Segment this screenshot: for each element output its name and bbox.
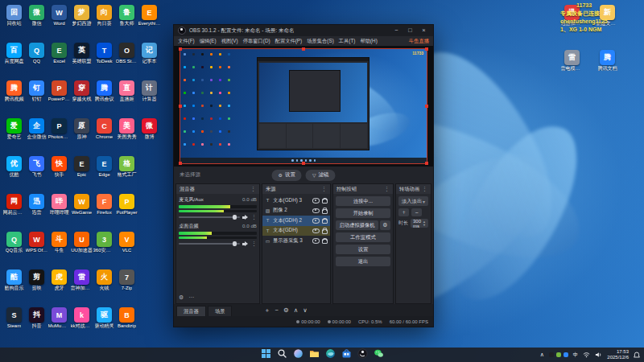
- menu-item[interactable]: 场景集合(S): [307, 38, 334, 45]
- panel-menu-icon[interactable]: ⋮: [422, 186, 427, 192]
- mixer-gear-icon[interactable]: ⚙: [179, 294, 184, 301]
- selection-handle[interactable]: [179, 105, 182, 108]
- desktop-icon[interactable]: VVLC: [116, 232, 138, 253]
- desktop-icon[interactable]: 腾腾讯会议: [93, 80, 115, 101]
- menu-item[interactable]: 编辑(E): [200, 38, 217, 45]
- clock[interactable]: 17:53 2025/12/6: [607, 349, 629, 361]
- desktop-icon[interactable]: 雷雷电模拟器: [561, 50, 583, 71]
- move-up-button[interactable]: ∧: [294, 306, 299, 314]
- menu-item[interactable]: 配置文件(P): [275, 38, 303, 45]
- close-button[interactable]: ×: [419, 25, 429, 36]
- desktop-icon[interactable]: 网网易云音乐: [3, 194, 25, 215]
- tab-mixer[interactable]: 混音器: [176, 306, 206, 316]
- minimize-button[interactable]: −: [391, 25, 402, 36]
- maximize-button[interactable]: □: [405, 25, 415, 36]
- speaker-icon[interactable]: [242, 241, 249, 246]
- remove-transition-button[interactable]: −: [411, 208, 422, 216]
- desktop-icon[interactable]: 格格式工厂: [116, 156, 138, 177]
- transitions-panel-header[interactable]: 转场动画 ⋮: [396, 184, 431, 194]
- selection-handle[interactable]: [302, 47, 305, 51]
- desktop-icon[interactable]: 记记事本: [138, 43, 160, 64]
- selection-handle[interactable]: [179, 47, 182, 51]
- taskbar-store-button[interactable]: [341, 349, 352, 360]
- visibility-eye-icon[interactable]: [312, 218, 320, 224]
- desktop-icon[interactable]: PPotPlayer: [116, 194, 138, 215]
- desktop-icon[interactable]: 虎虎牙: [48, 269, 70, 290]
- sources-panel-header[interactable]: 来源 ⋮: [262, 184, 330, 194]
- desktop-icon[interactable]: 3360安全卫士: [93, 232, 115, 253]
- desktop-icon[interactable]: 飞飞书: [26, 156, 47, 177]
- filters-button[interactable]: ▽ 滤镜: [306, 170, 336, 181]
- desktop-icon[interactable]: MMuMu模拟器: [48, 307, 70, 328]
- source-row[interactable]: T文本(GDH): [262, 226, 330, 237]
- exit-button[interactable]: 退出: [336, 257, 390, 266]
- selection-handle[interactable]: [302, 162, 305, 165]
- notification-bell-icon[interactable]: [634, 352, 640, 359]
- desktop-icon[interactable]: EEdge: [93, 156, 115, 177]
- source-row[interactable]: ▭显示器采集 3: [262, 236, 330, 246]
- desktop-icon[interactable]: 哔哔哩哔哩: [48, 194, 70, 215]
- desktop-icon[interactable]: 爱爱奇艺: [3, 118, 25, 139]
- duration-spinner[interactable]: 300 ms ▲▼: [411, 219, 428, 228]
- desktop-icon[interactable]: 微微信: [26, 5, 47, 26]
- input-language-indicator[interactable]: 中: [573, 352, 579, 359]
- move-down-button[interactable]: ∨: [303, 306, 308, 314]
- obs-tray-icon[interactable]: [549, 352, 554, 357]
- mixer-more-icon[interactable]: ⋯: [188, 294, 194, 301]
- desktop-icon[interactable]: OOBS Studio: [116, 43, 138, 64]
- slider-thumb[interactable]: [233, 215, 237, 220]
- desktop-icon[interactable]: 微微博: [138, 118, 160, 139]
- taskbar-copilot-button[interactable]: [292, 349, 303, 360]
- desktop-icon[interactable]: EEverything: [138, 5, 160, 26]
- taskbar-edge-button[interactable]: [324, 349, 336, 360]
- desktop-icon[interactable]: 钉钉钉: [26, 80, 47, 101]
- menu-item[interactable]: 视图(V): [221, 38, 238, 45]
- desktop-icon[interactable]: TToDesk: [93, 43, 115, 64]
- panel-menu-icon[interactable]: ⋮: [384, 186, 390, 192]
- desktop-icon[interactable]: BBandizip: [116, 307, 138, 328]
- lock-icon[interactable]: [322, 209, 328, 214]
- desktop-icon[interactable]: FFirefox: [93, 194, 115, 215]
- source-row[interactable]: ▨图像 2: [262, 206, 330, 216]
- desktop-icon[interactable]: kkk对战平台: [71, 307, 93, 328]
- tray-expand-icon[interactable]: ∧: [540, 352, 544, 358]
- taskbar-obs-button[interactable]: [357, 349, 368, 360]
- start-streaming-button[interactable]: 连接中...: [336, 196, 390, 206]
- menu-item[interactable]: 停靠窗口(D): [243, 38, 270, 45]
- douyu-menu-item[interactable]: 斗鱼直播: [409, 38, 429, 45]
- desktop-icon[interactable]: 酷酷狗音乐: [3, 269, 25, 290]
- desktop-icon[interactable]: 快快手: [48, 156, 70, 177]
- desktop-icon[interactable]: EExcel: [48, 43, 70, 64]
- menu-item[interactable]: 帮助(H): [360, 38, 377, 45]
- taskbar-wechat-button[interactable]: [373, 349, 384, 360]
- desktop-icon[interactable]: 企企业微信: [26, 118, 47, 139]
- desktop-icon[interactable]: WWeGame: [71, 194, 93, 215]
- visibility-eye-icon[interactable]: [312, 198, 320, 204]
- desktop-icon[interactable]: 英英雄联盟: [71, 43, 93, 64]
- channel-menu-icon[interactable]: ⋮: [251, 214, 257, 220]
- panel-menu-icon[interactable]: ⋮: [250, 186, 256, 192]
- app-tray-icon[interactable]: [564, 352, 568, 357]
- spinner-arrows-icon[interactable]: ▲▼: [423, 220, 426, 227]
- desktop-icon[interactable]: 梦梦幻西游: [71, 5, 93, 26]
- tray-app-icons[interactable]: [549, 352, 568, 357]
- desktop-icon[interactable]: 百百度网盘: [3, 43, 25, 64]
- wifi-icon[interactable]: [583, 352, 590, 358]
- visibility-eye-icon[interactable]: [312, 238, 320, 244]
- desktop-icon[interactable]: 优优酷: [3, 156, 25, 177]
- desktop-icon[interactable]: 美美图秀秀: [116, 118, 138, 139]
- slider-thumb[interactable]: [233, 241, 237, 246]
- taskbar-explorer-button[interactable]: [308, 349, 320, 360]
- desktop-icon[interactable]: 原原神: [71, 118, 93, 139]
- menu-item[interactable]: 工具(T): [339, 38, 356, 45]
- lock-icon[interactable]: [322, 199, 328, 204]
- desktop-icon[interactable]: 雷雷神加速器: [71, 269, 93, 290]
- preview-canvas[interactable]: 11733: [180, 49, 427, 163]
- selection-handle[interactable]: [425, 105, 428, 108]
- menu-item[interactable]: 文件(F): [178, 38, 195, 45]
- desktop-icon[interactable]: WWPS Office: [26, 232, 47, 253]
- volume-slider[interactable]: [179, 243, 240, 245]
- obs-title-bar[interactable]: OBS 30.1.2 - 配置文件: 未命名 - 场景: 未命名 − □ ×: [174, 25, 433, 36]
- remove-source-button[interactable]: −: [275, 306, 279, 314]
- desktop-icon[interactable]: 驱驱动精灵: [93, 307, 115, 328]
